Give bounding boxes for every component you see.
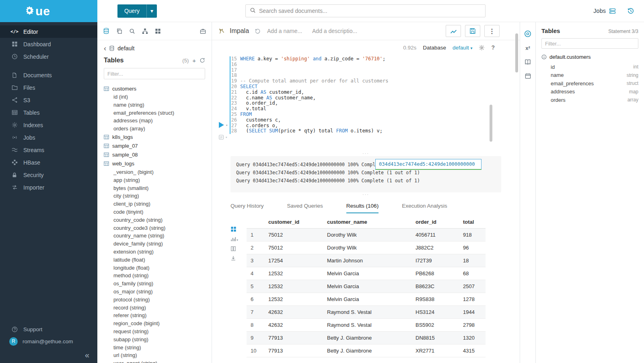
column-item[interactable]: addressesmap bbox=[551, 88, 638, 96]
column-tree-item[interactable]: addresses (map) bbox=[104, 117, 205, 125]
calendar-icon[interactable] bbox=[525, 73, 531, 79]
execute-button[interactable]: ▾ bbox=[218, 122, 228, 128]
column-tree-item[interactable]: client_ip (string) bbox=[104, 200, 205, 208]
search-icon[interactable] bbox=[129, 28, 135, 34]
superscript-icon[interactable]: x² bbox=[525, 45, 530, 51]
table-filter-input[interactable] bbox=[104, 68, 205, 79]
column-item[interactable]: ordersarray bbox=[551, 96, 638, 104]
sidebar-collapse-button[interactable]: « bbox=[0, 347, 97, 361]
column-tree-item[interactable]: user_agent (string) bbox=[104, 359, 205, 363]
sidebar-item-user[interactable]: R romain@gethue.com bbox=[0, 335, 97, 347]
column-header[interactable]: customer_id bbox=[264, 216, 323, 229]
tab-execution-analysis[interactable]: Execution Analysis bbox=[402, 203, 447, 213]
database-icon[interactable] bbox=[103, 28, 109, 34]
history-icon[interactable] bbox=[627, 7, 634, 14]
chart-button[interactable] bbox=[446, 25, 461, 37]
tab-saved-queries[interactable]: Saved Queries bbox=[287, 203, 323, 213]
column-tree-item[interactable]: country_name (string) bbox=[104, 232, 205, 240]
documentation-icon[interactable] bbox=[525, 59, 531, 65]
briefcase-icon[interactable] bbox=[200, 28, 206, 34]
column-tree-item[interactable]: email_preferences (struct) bbox=[104, 109, 205, 117]
column-item[interactable]: email_preferencesstruct bbox=[551, 79, 638, 88]
column-header[interactable]: customer_name bbox=[323, 216, 412, 229]
column-tree-item[interactable]: subapp (string) bbox=[104, 336, 205, 344]
column-tree-item[interactable]: _version_ (bigint) bbox=[104, 168, 205, 176]
sidebar-item-files[interactable]: Files bbox=[0, 81, 97, 94]
grid-icon[interactable] bbox=[230, 226, 237, 232]
database-breadcrumb[interactable]: ‹ default bbox=[104, 45, 205, 52]
sidebar-item-editor[interactable]: </>Editor bbox=[0, 25, 97, 38]
column-tree-item[interactable]: longitude (float) bbox=[104, 264, 205, 272]
execute-caret-icon[interactable]: ▾ bbox=[226, 123, 228, 127]
column-tree-item[interactable]: os_major (string) bbox=[104, 288, 205, 296]
column-tree-item[interactable]: device_family (string) bbox=[104, 240, 205, 248]
sidebar-item-jobs[interactable]: Jobs bbox=[0, 131, 97, 144]
editor-page-scrollbar[interactable] bbox=[515, 33, 518, 72]
query-button[interactable]: Query bbox=[117, 4, 146, 18]
column-tree-item[interactable]: os_family (string) bbox=[104, 280, 205, 288]
download-icon[interactable] bbox=[230, 256, 236, 261]
sitemap-icon[interactable] bbox=[142, 28, 148, 34]
column-tree-item[interactable]: city (string) bbox=[104, 192, 205, 200]
sidebar-item-s3[interactable]: S3 bbox=[0, 94, 97, 106]
table-tree-item[interactable]: sample_08 bbox=[104, 151, 205, 159]
info-icon[interactable] bbox=[541, 54, 547, 60]
assist-circle-icon[interactable] bbox=[524, 30, 531, 37]
add-table-icon[interactable]: + bbox=[192, 57, 196, 64]
sidebar-item-scheduler[interactable]: Scheduler bbox=[0, 50, 97, 63]
sidebar-item-dashboard[interactable]: Dashboard bbox=[0, 38, 97, 50]
hue-logo[interactable]: ue bbox=[0, 0, 97, 22]
column-tree-item[interactable]: protocol (string) bbox=[104, 296, 205, 304]
back-chevron-icon[interactable]: ‹ bbox=[104, 46, 106, 51]
sidebar-item-support[interactable]: Support bbox=[0, 323, 97, 335]
resize-grip-top[interactable]: ··· bbox=[212, 151, 520, 156]
editor-more-button[interactable]: ▾ bbox=[218, 134, 227, 140]
column-tree-item[interactable]: extension (string) bbox=[104, 248, 205, 256]
reload-query-icon[interactable] bbox=[255, 28, 261, 34]
column-item[interactable]: namestring bbox=[551, 71, 638, 80]
column-item[interactable]: idint bbox=[551, 63, 638, 71]
save-button[interactable] bbox=[465, 25, 480, 37]
column-tree-item[interactable]: id (int) bbox=[104, 93, 205, 101]
column-tree-item[interactable]: method (string) bbox=[104, 272, 205, 280]
sidebar-item-indexes[interactable]: Indexes bbox=[0, 119, 97, 131]
sidebar-item-security[interactable]: Security bbox=[0, 169, 97, 181]
column-tree-item[interactable]: referer (string) bbox=[104, 311, 205, 320]
table-tree-item[interactable]: customers bbox=[104, 84, 205, 93]
jobs-link[interactable]: Jobs bbox=[593, 8, 616, 14]
query-dropdown-caret-icon[interactable]: ▾ bbox=[146, 4, 157, 18]
editor-scrollbar[interactable] bbox=[490, 105, 492, 142]
column-tree-item[interactable]: region_code (bigint) bbox=[104, 320, 205, 328]
table-tree-item[interactable]: web_logs bbox=[104, 159, 205, 168]
column-tree-item[interactable]: app (string) bbox=[104, 176, 205, 184]
column-tree-item[interactable]: request (string) bbox=[104, 328, 205, 336]
copy-icon[interactable] bbox=[116, 28, 122, 34]
settings-gear-icon[interactable] bbox=[479, 45, 485, 51]
columns-icon[interactable] bbox=[230, 246, 236, 252]
tab-results-106[interactable]: Results (106) bbox=[346, 203, 379, 213]
table-tree-item[interactable]: sample_07 bbox=[104, 142, 205, 151]
column-tree-item[interactable]: name (string) bbox=[104, 101, 205, 109]
column-tree-item[interactable]: latitude (float) bbox=[104, 256, 205, 264]
query-name-input[interactable] bbox=[267, 28, 307, 34]
column-tree-item[interactable]: code (tinyint) bbox=[104, 208, 205, 216]
database-select[interactable]: default ▾ bbox=[453, 45, 472, 51]
column-tree-item[interactable]: country_code3 (string) bbox=[104, 224, 205, 232]
active-table-item[interactable]: default.customers bbox=[541, 54, 638, 60]
column-tree-item[interactable]: record (string) bbox=[104, 304, 205, 312]
sidebar-item-importer[interactable]: Importer bbox=[0, 181, 97, 194]
column-tree-item[interactable]: orders (array) bbox=[104, 125, 205, 133]
search-input[interactable] bbox=[259, 8, 481, 14]
sidebar-item-streams[interactable]: Streams bbox=[0, 144, 97, 156]
grid-icon[interactable] bbox=[155, 28, 161, 34]
right-panel-filter-input[interactable] bbox=[541, 38, 638, 49]
tab-query-history[interactable]: Query History bbox=[230, 203, 264, 213]
more-actions-button[interactable]: ⋮ bbox=[484, 25, 500, 37]
resize-grip-bottom[interactable]: ··· bbox=[212, 192, 520, 197]
query-description-input[interactable] bbox=[312, 28, 360, 34]
sidebar-item-tables[interactable]: Tables bbox=[0, 106, 97, 119]
column-tree-item[interactable]: time (string) bbox=[104, 344, 205, 352]
help-icon[interactable]: ? bbox=[491, 44, 495, 51]
sidebar-item-hbase[interactable]: HBase bbox=[0, 156, 97, 169]
column-tree-item[interactable]: country_code (string) bbox=[104, 216, 205, 224]
